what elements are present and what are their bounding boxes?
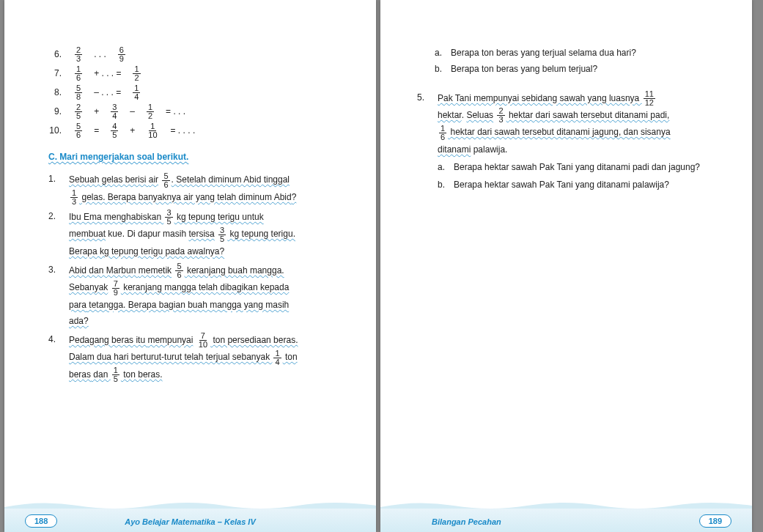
equation-row: 8.58– . . . =14: [48, 84, 350, 101]
fraction: 13: [70, 189, 78, 206]
text-run: [215, 229, 217, 239]
equation-number: 9.: [48, 104, 62, 119]
footer-right: Bilangan Pecahan 189: [380, 498, 752, 532]
section-heading-text: C. Mari mengerjakan soal berikut.: [48, 152, 188, 162]
text-run: Sebanyak: [69, 282, 108, 292]
equation-text: +: [94, 104, 99, 119]
footer-title-left: Ayo Belajar Matematika – Kelas IV: [125, 517, 256, 526]
text-run: kg tepung terigu.: [227, 229, 295, 239]
sub-text: Berapa ton beras yang terjual selama dua…: [451, 45, 708, 60]
equation-text: = . . .: [166, 104, 185, 119]
text-run: beras: [69, 369, 91, 380]
equation-text: . . .: [94, 47, 106, 62]
problem-5: 5.Pak Tani mempunyai sebidang sawah yang…: [417, 90, 708, 195]
equation-row: 9.25+34–12= . . .: [48, 103, 350, 120]
fraction: 14: [133, 84, 140, 101]
text-run: Dalam dua hari berturut-turut telah terj…: [69, 352, 272, 362]
sub-question: b.Berapa ton beras yang belum terjual?: [435, 62, 708, 76]
equation-text: – . . . =: [94, 85, 121, 100]
equation-text: = . . . .: [171, 123, 196, 138]
footer-title-right: Bilangan Pecahan: [432, 517, 501, 526]
page-right-content: a.Berapa ton beras yang terjual selama d…: [380, 0, 752, 241]
text-run: [172, 265, 174, 276]
problem-number: 3.: [48, 262, 64, 329]
text-run: Pak Tani mempunyai sebidang sawah yang l…: [438, 93, 642, 103]
fraction: 16: [439, 125, 446, 141]
sub-letter: a.: [435, 45, 451, 60]
word-problem: 3.Abid dan Marbun memetik 56 keranjang b…: [48, 262, 350, 329]
equation-number: 7.: [48, 66, 62, 81]
fraction: 45: [111, 122, 118, 139]
text-run: mempunyai: [147, 335, 193, 345]
sub-text: Berapa ton beras yang belum terjual?: [451, 62, 708, 76]
text-run: hektar: [438, 110, 462, 120]
text-run: kue. Di dapur masih: [106, 229, 188, 239]
sub-text: Berapa hektar sawah Pak Tani yang ditana…: [454, 159, 708, 175]
text-run: ton persediaan beras.: [210, 335, 298, 345]
text-run: Sebuah gelas berisi: [69, 174, 149, 185]
fraction: 23: [497, 107, 504, 124]
equations-block: 6.23. . .697.16+ . . . =128.58– . . . =1…: [48, 46, 350, 139]
problem-number: 1.: [48, 171, 64, 206]
fraction: 34: [111, 103, 118, 120]
equation-text: + . . . =: [94, 66, 121, 81]
text-run: memetik: [139, 265, 172, 276]
fraction: 56: [75, 122, 82, 139]
page-spread: 6.23. . .697.16+ . . . =128.58– . . . =1…: [0, 0, 763, 532]
footer-left: 188 Ayo Belajar Matematika – Kelas IV: [4, 498, 376, 532]
fraction: 12: [133, 65, 140, 82]
equation-row: 7.16+ . . . =12: [48, 65, 350, 82]
problem-text: Pak Tani mempunyai sebidang sawah yang l…: [438, 90, 708, 195]
text-run: Ibu Ema menghabiskan: [69, 212, 163, 222]
word-problem: 4.Pedagang beras itu mempunyai 710 ton p…: [48, 332, 350, 383]
text-run: hektar dari sawah tersebut ditanami padi…: [506, 110, 670, 120]
text-run: palawija.: [471, 144, 507, 155]
problem-text: Abid dan Marbun memetik 56 keranjang bua…: [69, 262, 350, 329]
fraction: 79: [112, 280, 119, 297]
text-run: [158, 174, 161, 185]
equation-row: 10.56=45+110= . . . .: [48, 122, 350, 139]
text-run: ?: [292, 192, 297, 202]
text-run: [493, 110, 495, 120]
fraction: 58: [75, 84, 82, 101]
equation-number: 10.: [48, 123, 62, 138]
sub-letter: b.: [435, 62, 451, 76]
fraction: 710: [197, 332, 209, 349]
sub-question: b.Berapa hektar sawah Pak Tani yang dita…: [438, 177, 708, 193]
text-run: gelas. Berapa banyaknya air yang telah d…: [79, 192, 274, 202]
page-right: a.Berapa ton beras yang terjual selama d…: [380, 0, 752, 532]
problem-number: 5.: [417, 90, 433, 195]
problem-number: 2.: [48, 209, 64, 259]
word-problem: 1.Sebuah gelas berisi air 56. Setelah di…: [48, 171, 350, 206]
word-problem: 2.Ibu Ema menghabiskan 35 kg tepung teri…: [48, 209, 350, 259]
page-left: 6.23. . .697.16+ . . . =128.58– . . . =1…: [4, 0, 376, 532]
equation-text: –: [130, 104, 135, 119]
sub-letter: b.: [438, 177, 454, 193]
text-run: Pedagang beras itu: [69, 335, 147, 345]
text-run: tersisa: [188, 229, 214, 239]
text-run: air: [149, 174, 158, 185]
equation-row: 6.23. . .69: [48, 46, 350, 63]
page-left-content: 6.23. . .697.16+ . . . =128.58– . . . =1…: [4, 0, 376, 430]
text-run: [108, 282, 110, 292]
fraction: 23: [75, 46, 82, 63]
section-heading-c: C. Mari mengerjakan soal berikut.: [48, 149, 350, 164]
page-number-right: 189: [699, 514, 731, 528]
fraction: 35: [165, 209, 172, 226]
problem-text: Ibu Ema menghabiskan 35 kg tepung terigu…: [69, 209, 350, 259]
problem-text: Sebuah gelas berisi air 56. Setelah dimi…: [69, 171, 350, 206]
text-run: hektar dari sawah tersebut ditanami jagu…: [448, 127, 671, 137]
fraction: 1112: [644, 90, 655, 107]
fraction: 12: [147, 103, 154, 120]
sub-question: a.Berapa hektar sawah Pak Tani yang dita…: [438, 159, 708, 175]
text-run: keranjang buah mangga.: [185, 265, 284, 276]
fraction: 56: [162, 172, 169, 189]
text-run: para: [69, 300, 86, 310]
text-run: dan: [91, 369, 111, 380]
word-problems-left: 1.Sebuah gelas berisi air 56. Setelah di…: [48, 171, 350, 383]
fraction: 15: [112, 366, 119, 383]
text-run: ton: [283, 352, 298, 362]
text-run: kg tepung terigu untuk: [174, 212, 264, 222]
text-run: ada?: [69, 316, 89, 326]
fraction: 35: [218, 226, 226, 243]
